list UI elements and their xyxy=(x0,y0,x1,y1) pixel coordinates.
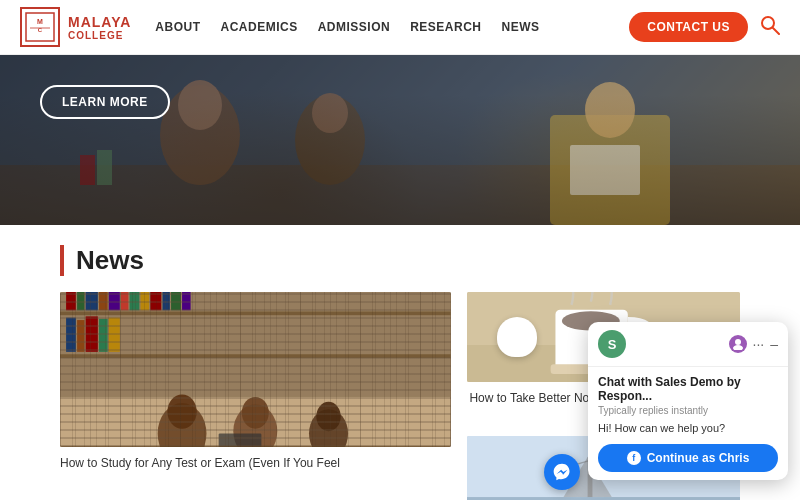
search-button[interactable] xyxy=(760,15,780,40)
svg-rect-16 xyxy=(570,145,640,195)
hero-illustration xyxy=(0,55,800,225)
header-actions: CONTACT US xyxy=(629,12,780,42)
facebook-icon: f xyxy=(627,451,641,465)
chat-header-actions: ··· – xyxy=(729,335,778,353)
svg-point-59 xyxy=(733,345,743,350)
chat-header: S ··· – xyxy=(588,322,788,367)
svg-rect-7 xyxy=(0,165,800,225)
logo[interactable]: M C MALAYA COLLEGE xyxy=(20,7,131,47)
svg-point-11 xyxy=(312,93,348,133)
chat-avatar: S xyxy=(598,330,626,358)
news-card-1[interactable]: How to Study for Any Test or Exam (Even … xyxy=(60,292,451,472)
chat-status: Typically replies instantly xyxy=(598,405,778,416)
chat-body: Chat with Sales Demo by Respon... Typica… xyxy=(588,367,788,480)
college-name: MALAYA xyxy=(68,14,131,30)
svg-line-5 xyxy=(773,28,779,34)
messenger-float-button[interactable] xyxy=(544,454,580,490)
chat-message: Hi! How can we help you? xyxy=(598,422,778,434)
logo-icon: M C xyxy=(20,7,60,47)
hero-section: LEARN MORE xyxy=(0,55,800,225)
logo-text: MALAYA COLLEGE xyxy=(68,14,131,41)
chat-company-name: Chat with Sales Demo by Respon... xyxy=(598,375,778,403)
svg-text:M: M xyxy=(37,18,43,25)
nav-admission[interactable]: ADMISSION xyxy=(318,20,391,34)
news-title: News xyxy=(60,245,740,276)
main-nav: ABOUT ACADEMICS ADMISSION RESEARCH NEWS xyxy=(155,20,629,34)
nav-academics[interactable]: ACADEMICS xyxy=(220,20,297,34)
contact-button[interactable]: CONTACT US xyxy=(629,12,748,42)
learn-more-button[interactable]: LEARN MORE xyxy=(40,85,170,119)
user-icon xyxy=(732,338,744,350)
svg-point-9 xyxy=(178,80,222,130)
news-card-1-caption: How to Study for Any Test or Exam (Even … xyxy=(60,455,451,472)
nav-about[interactable]: ABOUT xyxy=(155,20,200,34)
messenger-icon xyxy=(552,462,572,482)
nav-news[interactable]: NEWS xyxy=(502,20,540,34)
chat-minimize-icon[interactable]: – xyxy=(770,336,778,352)
svg-rect-12 xyxy=(80,155,95,185)
news-card-1-image xyxy=(60,292,451,447)
svg-point-4 xyxy=(762,17,774,29)
svg-point-15 xyxy=(585,82,635,138)
chat-continue-label: Continue as Chris xyxy=(647,451,750,465)
svg-rect-13 xyxy=(97,150,112,185)
college-sub: COLLEGE xyxy=(68,30,131,41)
chat-more-icon[interactable]: ··· xyxy=(753,336,765,352)
chat-continue-button[interactable]: f Continue as Chris xyxy=(598,444,778,472)
chat-widget: S ··· – Chat with Sales Demo by Respon..… xyxy=(588,322,788,480)
svg-point-58 xyxy=(735,339,741,345)
chat-user-avatar xyxy=(729,335,747,353)
site-header: M C MALAYA COLLEGE ABOUT ACADEMICS ADMIS… xyxy=(0,0,800,55)
nav-research[interactable]: RESEARCH xyxy=(410,20,481,34)
